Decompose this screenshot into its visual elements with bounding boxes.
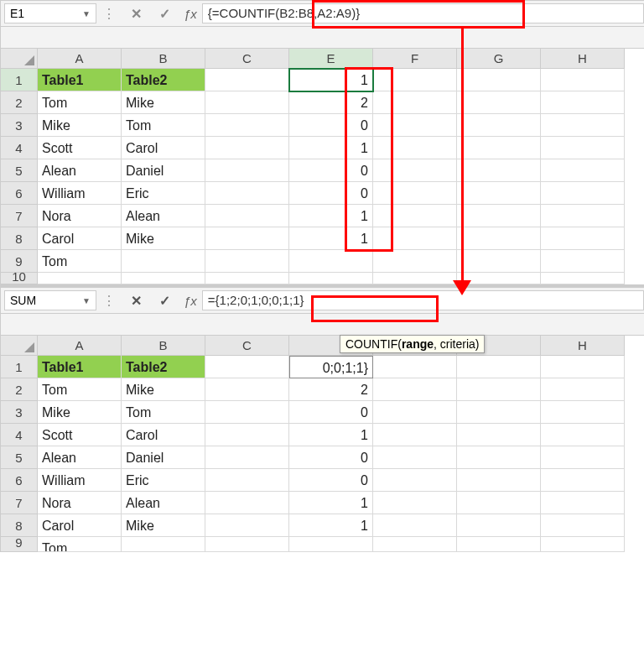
cell-B8b[interactable]: Mike [122,514,205,537]
confirm-icon[interactable]: ✓ [150,289,179,311]
cell-F1b[interactable] [373,356,457,378]
cell-F3b[interactable] [373,401,457,424]
cell-F2b[interactable] [373,378,457,401]
cell-C2b[interactable] [205,378,289,401]
select-all-corner[interactable] [1,336,38,356]
cell-F10[interactable] [373,273,457,284]
cell-G2b[interactable] [457,378,541,401]
row-head-4[interactable]: 4 [1,137,38,159]
cell-G9[interactable] [457,250,541,273]
col-head-H-b[interactable]: H [541,336,625,356]
row-head-8[interactable]: 8 [1,227,38,250]
cell-H1[interactable] [541,69,625,91]
row-head-9b[interactable]: 9 [1,537,38,552]
chevron-down-icon[interactable]: ▼ [82,296,91,305]
cell-C8b[interactable] [205,514,289,537]
cell-G6b[interactable] [457,469,541,492]
cell-G9b[interactable] [457,537,541,552]
cell-F3[interactable] [373,114,457,137]
row-head-3b[interactable]: 3 [1,401,38,424]
row-head-10[interactable]: 10 [1,273,38,284]
cell-F9[interactable] [373,250,457,273]
cell-A3b[interactable]: Mike [38,401,122,424]
cell-A9b[interactable]: Tom [38,537,122,552]
cell-G5b[interactable] [457,446,541,469]
cell-E9b[interactable] [289,537,373,552]
cell-F7b[interactable] [373,492,457,514]
cell-H7b[interactable] [541,492,625,514]
cell-C9b[interactable] [205,537,289,552]
cell-C4[interactable] [205,137,289,159]
cell-C5[interactable] [205,159,289,182]
cell-B2b[interactable]: Mike [122,378,205,401]
fx-icon[interactable]: ƒx [179,294,202,308]
cell-B9b[interactable] [122,537,205,552]
cell-E6b[interactable]: 0 [289,469,373,492]
cell-G1[interactable] [457,69,541,91]
cell-F6[interactable] [373,182,457,205]
cell-A2b[interactable]: Tom [38,378,122,401]
cell-B7[interactable]: Alean [122,205,205,227]
row-head-5b[interactable]: 5 [1,446,38,469]
cell-H2[interactable] [541,91,625,114]
cell-A10[interactable] [38,273,122,284]
row-head-1[interactable]: 1 [1,69,38,91]
cell-G2[interactable] [457,91,541,114]
cell-A9[interactable]: Tom [38,250,122,273]
row-head-4b[interactable]: 4 [1,424,38,446]
cell-H8b[interactable] [541,514,625,537]
grid-top[interactable]: A B C E F G H 1 Table1 Table2 1 2 Tom Mi… [1,49,644,284]
cell-E2b[interactable]: 2 [289,378,373,401]
cell-F8[interactable] [373,227,457,250]
cell-G8[interactable] [457,227,541,250]
cell-A1[interactable]: Table1 [38,69,122,91]
cell-A4b[interactable]: Scott [38,424,122,446]
cell-G5[interactable] [457,159,541,182]
cell-B1b[interactable]: Table2 [122,356,205,378]
cell-A5b[interactable]: Alean [38,446,122,469]
cell-H1b[interactable] [541,356,625,378]
cell-B5b[interactable]: Daniel [122,446,205,469]
row-head-6[interactable]: 6 [1,182,38,205]
name-box[interactable]: E1 ▼ [4,3,96,23]
col-head-G[interactable]: G [457,49,541,69]
cell-H4[interactable] [541,137,625,159]
cell-E4b[interactable]: 1 [289,424,373,446]
col-head-A[interactable]: A [38,49,122,69]
cell-C3b[interactable] [205,401,289,424]
col-head-B-b[interactable]: B [122,336,205,356]
cell-E10[interactable] [289,273,373,284]
cell-C1b[interactable] [205,356,289,378]
row-head-1b[interactable]: 1 [1,356,38,378]
cell-F9b[interactable] [373,537,457,552]
col-head-C[interactable]: C [205,49,289,69]
cell-G3[interactable] [457,114,541,137]
col-head-B[interactable]: B [122,49,205,69]
cell-E4[interactable]: 1 [289,137,373,159]
cell-E6[interactable]: 0 [289,182,373,205]
col-head-A-b[interactable]: A [38,336,122,356]
cell-A1b[interactable]: Table1 [38,356,122,378]
cell-C6[interactable] [205,182,289,205]
cell-F2[interactable] [373,91,457,114]
cell-B8[interactable]: Mike [122,227,205,250]
cell-E1b[interactable]: 0;0;1;1} [289,356,373,378]
cell-G7[interactable] [457,205,541,227]
cell-H6b[interactable] [541,469,625,492]
cell-B2[interactable]: Mike [122,91,205,114]
cell-G6[interactable] [457,182,541,205]
cell-H9b[interactable] [541,537,625,552]
cell-H7[interactable] [541,205,625,227]
col-head-F[interactable]: F [373,49,457,69]
cell-F4[interactable] [373,137,457,159]
cell-H10[interactable] [541,273,625,284]
cell-C4b[interactable] [205,424,289,446]
cell-C9[interactable] [205,250,289,273]
cell-B7b[interactable]: Alean [122,492,205,514]
col-head-H[interactable]: H [541,49,625,69]
fx-icon[interactable]: ƒx [179,7,202,21]
cell-H3b[interactable] [541,401,625,424]
row-head-2[interactable]: 2 [1,91,38,114]
col-head-C-b[interactable]: C [205,336,289,356]
cell-E5b[interactable]: 0 [289,446,373,469]
